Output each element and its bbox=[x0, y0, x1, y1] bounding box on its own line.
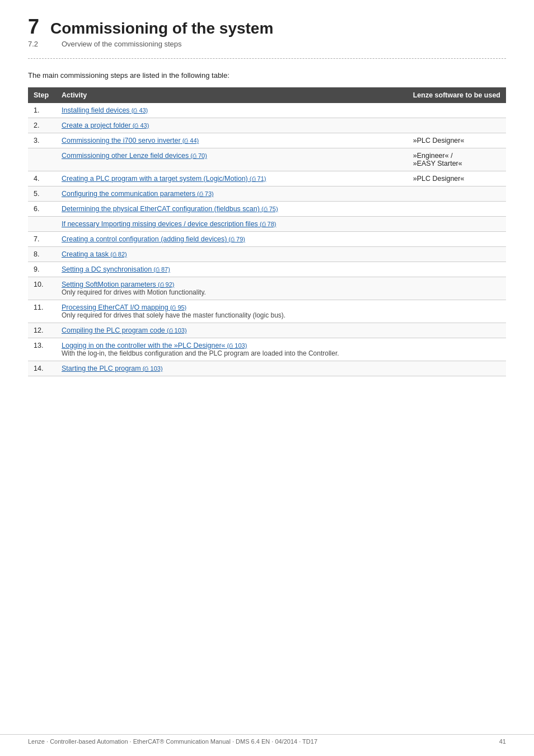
step-cell: 12. bbox=[28, 323, 56, 338]
software-cell bbox=[407, 361, 506, 376]
activity-link[interactable]: Setting a DC synchronisation (⎙ 87) bbox=[62, 265, 170, 273]
table-row: 12.Compiling the PLC program code (⎙ 103… bbox=[28, 323, 506, 338]
page-ref-icon: (⎙ 79) bbox=[227, 236, 245, 242]
footer-right: 41 bbox=[499, 738, 506, 745]
activity-link[interactable]: Commissioning the i700 servo inverter (⎙… bbox=[62, 137, 199, 144]
software-cell bbox=[407, 323, 506, 338]
sub-header: 7.2 Overview of the commissioning steps bbox=[28, 40, 506, 48]
sub-number: 7.2 bbox=[28, 40, 50, 48]
software-cell: »Engineer« / »EASY Starter« bbox=[407, 148, 506, 171]
page-ref-icon: (⎙ 43) bbox=[130, 107, 148, 114]
step-cell bbox=[28, 217, 56, 232]
activity-cell: Determining the physical EtherCAT config… bbox=[56, 202, 407, 217]
software-cell bbox=[407, 217, 506, 232]
page-ref-icon: (⎙ 78) bbox=[258, 221, 277, 227]
page-ref-icon: (⎙ 44) bbox=[181, 137, 199, 144]
page-ref-icon: (⎙ 82) bbox=[109, 251, 127, 258]
table-row: 10.Setting SoftMotion parameters (⎙ 92)O… bbox=[28, 277, 506, 300]
commissioning-steps-table: Step Activity Lenze software to be used … bbox=[28, 87, 506, 376]
col-activity: Activity bbox=[56, 87, 407, 103]
step-cell bbox=[28, 148, 56, 171]
activity-cell: Compiling the PLC program code (⎙ 103) bbox=[56, 323, 407, 338]
page-ref-icon: (⎙ 75) bbox=[260, 206, 278, 212]
activity-cell: Installing field devices (⎙ 43) bbox=[56, 103, 407, 118]
activity-link[interactable]: Setting SoftMotion parameters (⎙ 92) bbox=[62, 281, 175, 288]
table-row: 8.Creating a task (⎙ 82) bbox=[28, 247, 506, 262]
activity-link[interactable]: Logging in on the controller with the »P… bbox=[62, 342, 247, 349]
table-row: 7.Creating a control configuration (addi… bbox=[28, 232, 506, 247]
table-row: 13.Logging in on the controller with the… bbox=[28, 338, 506, 361]
step-cell: 14. bbox=[28, 361, 56, 376]
activity-link[interactable]: Commissioning other Lenze field devices … bbox=[62, 152, 207, 160]
chapter-number: 7 bbox=[28, 17, 39, 37]
step-cell: 10. bbox=[28, 277, 56, 300]
section-divider bbox=[28, 58, 506, 59]
software-cell: »PLC Designer« bbox=[407, 171, 506, 186]
activity-cell: Configuring the communication parameters… bbox=[56, 186, 407, 202]
activity-link[interactable]: Compiling the PLC program code (⎙ 103) bbox=[62, 326, 187, 334]
activity-cell: Starting the PLC program (⎙ 103) bbox=[56, 361, 407, 376]
activity-link[interactable]: If necessary Importing missing devices /… bbox=[62, 220, 277, 228]
table-row: Commissioning other Lenze field devices … bbox=[28, 148, 506, 171]
software-cell bbox=[407, 103, 506, 118]
col-step: Step bbox=[28, 87, 56, 103]
activity-link[interactable]: Creating a control configuration (adding… bbox=[62, 235, 245, 243]
software-cell bbox=[407, 338, 506, 361]
table-row: 11.Processing EtherCAT I/O mapping (⎙ 95… bbox=[28, 300, 506, 323]
activity-link[interactable]: Create a project folder (⎙ 43) bbox=[62, 122, 149, 129]
table-row: 1.Installing field devices (⎙ 43) bbox=[28, 103, 506, 118]
intro-text: The main commissioning steps are listed … bbox=[28, 71, 506, 80]
table-row: 14.Starting the PLC program (⎙ 103) bbox=[28, 361, 506, 376]
activity-note: Only required for drives with Motion fun… bbox=[62, 288, 206, 296]
page-ref-icon: (⎙ 103) bbox=[141, 365, 163, 372]
activity-cell: Setting SoftMotion parameters (⎙ 92)Only… bbox=[56, 277, 407, 300]
table-row: 3.Commissioning the i700 servo inverter … bbox=[28, 133, 506, 148]
table-row: 6.Determining the physical EtherCAT conf… bbox=[28, 202, 506, 217]
sub-title: Overview of the commissioning steps bbox=[62, 40, 182, 48]
activity-cell: Setting a DC synchronisation (⎙ 87) bbox=[56, 262, 407, 277]
activity-link[interactable]: Creating a PLC program with a target sys… bbox=[62, 175, 266, 183]
step-cell: 6. bbox=[28, 202, 56, 217]
software-cell: »PLC Designer« bbox=[407, 133, 506, 148]
step-cell: 4. bbox=[28, 171, 56, 186]
step-cell: 9. bbox=[28, 262, 56, 277]
col-software: Lenze software to be used bbox=[407, 87, 506, 103]
activity-link[interactable]: Creating a task (⎙ 82) bbox=[62, 250, 127, 258]
page-ref-icon: (⎙ 103) bbox=[226, 342, 247, 349]
activity-cell: Processing EtherCAT I/O mapping (⎙ 95)On… bbox=[56, 300, 407, 323]
activity-link[interactable]: Processing EtherCAT I/O mapping (⎙ 95) bbox=[62, 304, 186, 311]
chapter-title: Commissioning of the system bbox=[50, 20, 273, 38]
step-cell: 1. bbox=[28, 103, 56, 118]
activity-link[interactable]: Configuring the communication parameters… bbox=[62, 190, 214, 198]
page-ref-icon: (⎙ 71) bbox=[248, 175, 266, 182]
software-cell bbox=[407, 277, 506, 300]
activity-cell: Creating a control configuration (adding… bbox=[56, 232, 407, 247]
step-cell: 13. bbox=[28, 338, 56, 361]
table-header-row: Step Activity Lenze software to be used bbox=[28, 87, 506, 103]
page-ref-icon: (⎙ 95) bbox=[168, 304, 187, 311]
table-row: 4.Creating a PLC program with a target s… bbox=[28, 171, 506, 186]
activity-link[interactable]: Determining the physical EtherCAT config… bbox=[62, 205, 278, 213]
software-cell bbox=[407, 262, 506, 277]
activity-link[interactable]: Starting the PLC program (⎙ 103) bbox=[62, 365, 163, 372]
software-cell bbox=[407, 186, 506, 202]
footer-left: Lenze · Controller-based Automation · Et… bbox=[28, 738, 317, 745]
page-footer: Lenze · Controller-based Automation · Et… bbox=[0, 734, 534, 745]
step-cell: 11. bbox=[28, 300, 56, 323]
step-cell: 8. bbox=[28, 247, 56, 262]
activity-note: Only required for drives that solely hav… bbox=[62, 311, 285, 319]
page-ref-icon: (⎙ 92) bbox=[156, 281, 175, 288]
activity-link[interactable]: Installing field devices (⎙ 43) bbox=[62, 106, 148, 114]
table-row: 2.Create a project folder (⎙ 43) bbox=[28, 118, 506, 133]
table-row: 5.Configuring the communication paramete… bbox=[28, 186, 506, 202]
page-ref-icon: (⎙ 73) bbox=[195, 190, 214, 197]
page-ref-icon: (⎙ 87) bbox=[152, 266, 170, 273]
table-row: 9.Setting a DC synchronisation (⎙ 87) bbox=[28, 262, 506, 277]
activity-cell: Commissioning other Lenze field devices … bbox=[56, 148, 407, 171]
software-cell bbox=[407, 118, 506, 133]
activity-note: With the log-in, the fieldbus configurat… bbox=[62, 349, 339, 357]
software-cell bbox=[407, 247, 506, 262]
activity-cell: Creating a task (⎙ 82) bbox=[56, 247, 407, 262]
table-row: If necessary Importing missing devices /… bbox=[28, 217, 506, 232]
software-cell bbox=[407, 300, 506, 323]
